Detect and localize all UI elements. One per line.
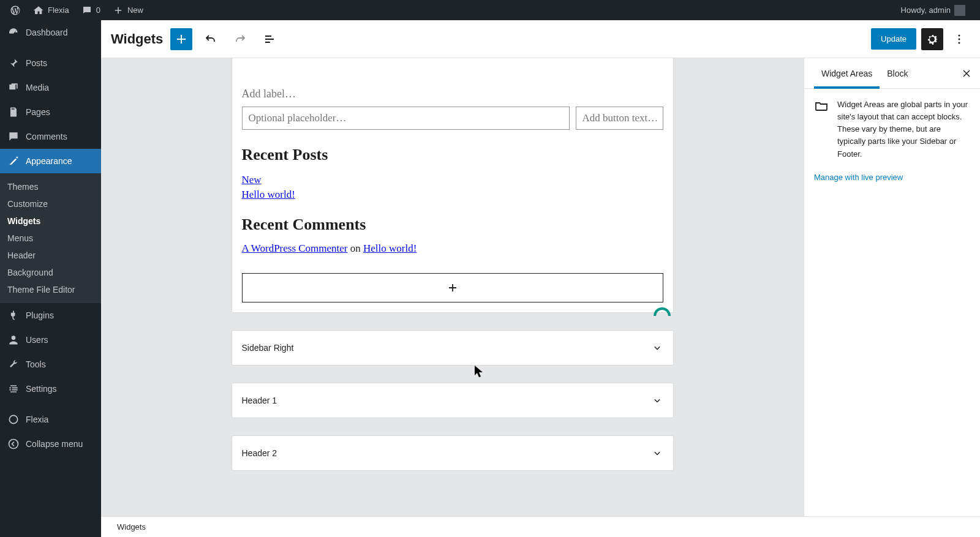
sidebar-collapse[interactable]: Collapse menu bbox=[0, 432, 101, 456]
svg-point-2 bbox=[959, 34, 960, 36]
comments-menu[interactable]: 0 bbox=[77, 0, 105, 20]
collapse-label: Collapse menu bbox=[26, 439, 83, 449]
post-link[interactable]: Hello world! bbox=[242, 189, 295, 200]
close-icon bbox=[960, 67, 973, 80]
widget-area-open: Add label… Recent Posts New Hello world!… bbox=[232, 58, 673, 312]
footer-breadcrumb-bar: Widgets bbox=[101, 516, 980, 537]
tab-widget-areas[interactable]: Widget Areas bbox=[814, 58, 880, 89]
wp-logo-menu[interactable] bbox=[5, 0, 26, 20]
editor-canvas[interactable]: Add label… Recent Posts New Hello world!… bbox=[101, 58, 804, 537]
add-block-button[interactable] bbox=[170, 28, 192, 50]
sidebar-item-plugins[interactable]: Plugins bbox=[0, 303, 101, 328]
editor-header: Widgets Update bbox=[101, 20, 980, 58]
sidebar-label: Plugins bbox=[26, 310, 54, 320]
submenu-widgets[interactable]: Widgets bbox=[0, 212, 101, 230]
undo-button[interactable] bbox=[200, 28, 222, 50]
search-label-placeholder[interactable]: Add label… bbox=[242, 88, 663, 100]
widget-area-toggle[interactable]: Sidebar Right bbox=[232, 331, 673, 365]
sidebar-item-posts[interactable]: Posts bbox=[0, 51, 101, 75]
appearance-submenu: Themes Customize Widgets Menus Header Ba… bbox=[0, 173, 101, 303]
post-link[interactable]: New bbox=[242, 174, 262, 186]
submenu-themes[interactable]: Themes bbox=[0, 178, 101, 195]
pin-icon bbox=[7, 57, 20, 69]
settings-button[interactable] bbox=[921, 28, 943, 50]
sidebar-label: Flexia bbox=[26, 415, 48, 424]
comment-author-link[interactable]: A WordPress Commenter bbox=[242, 242, 348, 254]
sidebar-label: Appearance bbox=[26, 156, 72, 166]
sidebar-label: Posts bbox=[26, 58, 47, 68]
close-settings-button[interactable] bbox=[960, 67, 973, 80]
add-block-inline-button[interactable] bbox=[242, 273, 663, 302]
sidebar-item-users[interactable]: Users bbox=[0, 328, 101, 352]
submenu-customize[interactable]: Customize bbox=[0, 195, 101, 212]
redo-button[interactable] bbox=[229, 28, 251, 50]
widget-area-title: Sidebar Right bbox=[242, 343, 294, 353]
comments-count: 0 bbox=[96, 6, 100, 15]
site-name: Flexia bbox=[48, 6, 69, 15]
site-name-menu[interactable]: Flexia bbox=[28, 0, 74, 20]
submenu-header[interactable]: Header bbox=[0, 247, 101, 264]
sidebar-item-dashboard[interactable]: Dashboard bbox=[0, 20, 101, 45]
list-view-icon bbox=[262, 32, 277, 47]
svg-point-0 bbox=[9, 415, 17, 423]
submenu-menus[interactable]: Menus bbox=[0, 230, 101, 247]
sidebar-label: Pages bbox=[26, 107, 50, 117]
new-label: New bbox=[127, 6, 143, 15]
sidebar-item-media[interactable]: Media bbox=[0, 75, 101, 100]
submenu-background[interactable]: Background bbox=[0, 264, 101, 281]
more-options-button[interactable] bbox=[948, 28, 970, 50]
settings-panel: Widget Areas Block Widget Areas are glob… bbox=[804, 58, 980, 537]
media-icon bbox=[7, 81, 20, 94]
cursor-icon bbox=[475, 366, 483, 378]
admin-bar-left: Flexia 0 New bbox=[5, 0, 148, 20]
recent-posts-heading: Recent Posts bbox=[242, 146, 663, 164]
sidebar-item-settings[interactable]: Settings bbox=[0, 377, 101, 401]
chevron-down-icon bbox=[651, 447, 663, 459]
svg-point-1 bbox=[9, 440, 18, 449]
undo-icon bbox=[203, 32, 218, 47]
chevron-down-icon bbox=[651, 342, 663, 354]
brush-icon bbox=[7, 155, 20, 167]
sidebar-item-comments[interactable]: Comments bbox=[0, 124, 101, 149]
sidebar-label: Media bbox=[26, 83, 49, 92]
new-content-menu[interactable]: New bbox=[108, 0, 148, 20]
search-input[interactable] bbox=[242, 107, 570, 130]
widget-area-toggle[interactable]: Header 1 bbox=[232, 383, 673, 418]
tools-icon bbox=[7, 358, 20, 370]
update-button[interactable]: Update bbox=[871, 28, 916, 50]
recent-comments-heading: Recent Comments bbox=[242, 216, 663, 234]
sidebar-item-appearance[interactable]: Appearance bbox=[0, 149, 101, 173]
svg-point-3 bbox=[959, 38, 960, 40]
sidebar-item-tools[interactable]: Tools bbox=[0, 352, 101, 377]
flexia-icon bbox=[7, 413, 20, 426]
settings-body: Widget Areas are global parts in your si… bbox=[804, 89, 980, 193]
sidebar-label: Settings bbox=[26, 384, 57, 394]
redo-icon bbox=[233, 32, 247, 47]
submenu-theme-file-editor[interactable]: Theme File Editor bbox=[0, 281, 101, 298]
list-view-button[interactable] bbox=[258, 28, 281, 50]
widget-area-toggle[interactable]: Header 2 bbox=[232, 436, 673, 470]
widget-area-content: Add label… Recent Posts New Hello world!… bbox=[232, 58, 673, 312]
sidebar-item-pages[interactable]: Pages bbox=[0, 100, 101, 124]
gear-icon bbox=[925, 32, 940, 47]
widget-areas-info: Widget Areas are global parts in your si… bbox=[814, 99, 970, 160]
sidebar-item-flexia[interactable]: Flexia bbox=[0, 407, 101, 432]
manage-live-preview-link[interactable]: Manage with live preview bbox=[814, 171, 903, 184]
admin-sidebar: Dashboard Posts Media Pages Comments App… bbox=[0, 20, 101, 537]
comment-icon bbox=[81, 5, 92, 16]
search-button-text-input[interactable] bbox=[576, 107, 663, 130]
account-menu[interactable]: Howdy, admin bbox=[896, 0, 970, 20]
editor-header-right: Update bbox=[871, 28, 970, 50]
widget-area-sidebar-right: Sidebar Right bbox=[232, 331, 673, 365]
plus-icon bbox=[445, 280, 460, 295]
widget-area-title: Header 2 bbox=[242, 448, 277, 458]
plugin-icon bbox=[7, 309, 20, 321]
tab-block[interactable]: Block bbox=[880, 58, 915, 89]
settings-tabs: Widget Areas Block bbox=[804, 58, 980, 89]
recent-comment-item: A WordPress Commenter on Hello world! bbox=[242, 242, 663, 255]
breadcrumb: Widgets bbox=[117, 522, 146, 531]
chevron-down-icon bbox=[651, 394, 663, 407]
sidebar-label: Dashboard bbox=[26, 28, 68, 37]
widget-areas-description: Widget Areas are global parts in your si… bbox=[837, 99, 970, 160]
comment-post-link[interactable]: Hello world! bbox=[363, 242, 417, 254]
